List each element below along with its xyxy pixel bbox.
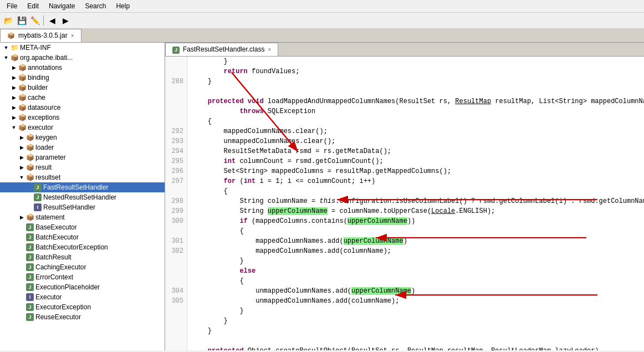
tree-item-datasource[interactable]: ▶ 📦 datasource (0, 103, 165, 113)
expand-parameter[interactable]: ▶ (18, 154, 25, 161)
code-line: Set<String> mappedColumns = resultMap.ge… (192, 166, 640, 176)
tree-item-exceptions[interactable]: ▶ 📦 exceptions (0, 113, 165, 123)
tree-item-NestedResultSetHandler[interactable]: J NestedResultSetHandler (0, 192, 165, 202)
top-tab-jar[interactable]: 📦 mybatis-3.0.5.jar × (0, 29, 81, 42)
code-line: unmappedColumnNames.clear(); (192, 136, 640, 146)
expand-placeholder (25, 183, 33, 191)
package-icon-builder: 📦 (18, 83, 27, 92)
code-line: protected Object createResultObject(Resu… (192, 346, 640, 351)
tree-item-ExecutionPlaceholder[interactable]: J ExecutionPlaceholder (0, 282, 165, 292)
tree-item-BaseExecutor[interactable]: J BaseExecutor (0, 222, 165, 232)
top-tab-label: mybatis-3.0.5.jar (18, 32, 68, 39)
menu-help[interactable]: Help (111, 1, 134, 11)
expand-binding[interactable]: ▶ (10, 74, 18, 81)
tree-item-ExecutorException[interactable]: J ExecutorException (0, 302, 165, 312)
tree-item-builder[interactable]: ▶ 📦 builder (0, 83, 165, 93)
code-line: { (192, 116, 640, 126)
tree-item-statement[interactable]: ▶ 📦 statement (0, 212, 165, 222)
menu-file[interactable]: File (2, 1, 22, 11)
expand-meta-inf[interactable]: ▼ (2, 44, 10, 52)
tree-item-ResultSetHandler[interactable]: I ResultSetHandler (0, 202, 165, 212)
expand-exceptions[interactable]: ▶ (10, 114, 18, 121)
code-tab-close[interactable]: × (268, 47, 271, 53)
menu-search[interactable]: Search (80, 1, 110, 11)
top-tab-close[interactable]: × (71, 33, 74, 39)
tree-item-result[interactable]: ▶ 📦 result (0, 162, 165, 172)
toolbar-save[interactable]: 💾 (16, 14, 28, 27)
code-line: if (mappedColumns.contains(upperColumnNa… (192, 216, 640, 226)
toolbar-forward[interactable]: ▶ (59, 14, 71, 27)
tree-item-keygen[interactable]: ▶ 📦 keygen (0, 132, 165, 142)
menu-navigate[interactable]: Navigate (44, 1, 79, 11)
class-icon-batchresult: J (25, 253, 34, 262)
toolbar-separator (43, 16, 44, 25)
class-icon-execexception: J (25, 303, 34, 312)
tree-item-FastResultSetHandler[interactable]: J FastResultSetHandler (0, 182, 165, 192)
code-tab-fastresultsethandler[interactable]: J FastResultSetHandler.class × (165, 43, 278, 56)
code-line: } (192, 326, 640, 336)
package-icon-keygen: 📦 (25, 133, 34, 142)
tree-item-parameter[interactable]: ▶ 📦 parameter (0, 152, 165, 162)
sidebar[interactable]: ▼ 📁 META-INF ▼ 📦 org.apache.ibati... ▶ 📦… (0, 43, 165, 350)
expand-statement[interactable]: ▶ (18, 213, 25, 221)
class-icon-cachingexecutor: J (25, 263, 34, 272)
expand-keygen[interactable]: ▶ (18, 134, 25, 141)
code-line: return foundValues; (192, 67, 640, 76)
expand-cache[interactable]: ▶ (10, 94, 18, 101)
tree-item-resultset[interactable]: ▼ 📦 resultset (0, 172, 165, 182)
tree-item-cache[interactable]: ▶ 📦 cache (0, 93, 165, 103)
package-icon-result: 📦 (25, 163, 34, 172)
tree-item-BatchExecutorException[interactable]: J BatchExecutorException (0, 242, 165, 252)
toolbar-open[interactable]: 📂 (2, 14, 14, 27)
expand-executor[interactable]: ▼ (10, 124, 18, 131)
tree-item-executor[interactable]: ▼ 📦 executor (0, 123, 165, 132)
tree-item-Executor[interactable]: I Executor (0, 292, 165, 302)
code-line: { (192, 276, 640, 286)
expand-result[interactable]: ▶ (18, 164, 25, 171)
package-icon-cache: 📦 (18, 93, 27, 102)
top-tabbar: 📦 mybatis-3.0.5.jar × (0, 29, 644, 43)
tree-item-loader[interactable]: ▶ 📦 loader (0, 142, 165, 152)
code-line: } (192, 316, 640, 326)
tree-item-CachingExecutor[interactable]: J CachingExecutor (0, 262, 165, 272)
code-line (192, 86, 640, 96)
package-icon-annotations: 📦 (18, 63, 27, 72)
code-text: } return foundValues; } protected void l… (187, 57, 644, 351)
code-line: throws SQLException (192, 106, 640, 116)
code-line: mappedColumnNames.add(upperColumnName) (192, 236, 640, 246)
code-line: else (192, 266, 640, 276)
code-line: int columnCount = rsmd.getColumnCount(); (192, 156, 640, 166)
expand-resultset[interactable]: ▼ (18, 174, 25, 181)
tree-item-meta-inf[interactable]: ▼ 📁 META-INF (0, 43, 165, 53)
tree-item-BatchExecutor[interactable]: J BatchExecutor (0, 232, 165, 242)
expand-org[interactable]: ▼ (2, 54, 10, 62)
sidebar-tree: ▼ 📁 META-INF ▼ 📦 org.apache.ibati... ▶ 📦… (0, 43, 165, 322)
tree-item-ReuseExecutor[interactable]: J ReuseExecutor (0, 312, 165, 322)
code-content[interactable]: 288 292 293 294 295 296 297 298 299 300 (165, 57, 644, 351)
tree-item-org-apache[interactable]: ▼ 📦 org.apache.ibati... (0, 53, 165, 63)
package-icon-resultset: 📦 (25, 173, 34, 182)
interface-icon-resultsethandler: I (33, 203, 42, 212)
code-line: } (192, 256, 640, 266)
line-numbers: 288 292 293 294 295 296 297 298 299 300 (165, 57, 187, 351)
toolbar-back[interactable]: ◀ (46, 14, 58, 27)
main-layout: ▼ 📁 META-INF ▼ 📦 org.apache.ibati... ▶ 📦… (0, 43, 644, 350)
interface-icon-executor: I (25, 293, 34, 302)
expand-annotations[interactable]: ▶ (10, 64, 18, 72)
class-icon-errorcontext: J (25, 273, 34, 282)
expand-datasource[interactable]: ▶ (10, 104, 18, 111)
package-icon-executor: 📦 (18, 123, 27, 132)
tree-item-ErrorContext[interactable]: J ErrorContext (0, 272, 165, 282)
menu-edit[interactable]: Edit (23, 1, 43, 11)
package-icon: 📦 (10, 53, 19, 62)
tree-item-BatchResult[interactable]: J BatchResult (0, 252, 165, 262)
expand-loader[interactable]: ▶ (18, 144, 25, 151)
tree-item-binding[interactable]: ▶ 📦 binding (0, 73, 165, 83)
code-line: unmappedColumnNames.add(upperColumnName) (192, 286, 640, 296)
menubar: File Edit Navigate Search Help (0, 0, 644, 13)
expand-builder[interactable]: ▶ (10, 84, 18, 91)
tree-item-annotations[interactable]: ▶ 📦 annotations (0, 63, 165, 73)
package-icon-binding: 📦 (18, 73, 27, 82)
code-line: { (192, 226, 640, 236)
toolbar-edit[interactable]: ✏️ (29, 14, 41, 27)
